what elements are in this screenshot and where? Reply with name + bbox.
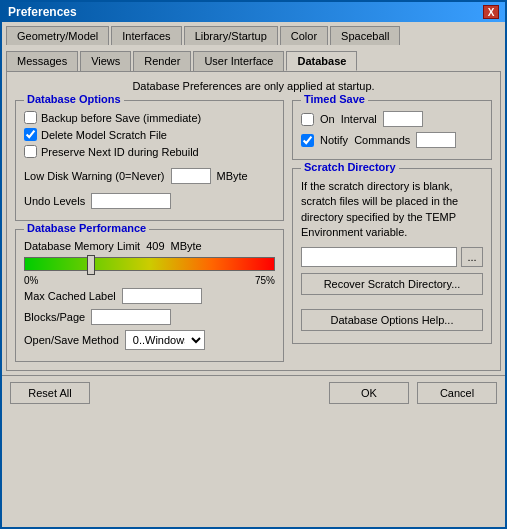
timed-save-content: On Interval 10 Notify Commands 25 — [301, 111, 483, 148]
progress-low: 0% — [24, 275, 38, 286]
open-save-label: Open/Save Method — [24, 334, 119, 346]
preferences-window: Preferences X Geometry/Model Interfaces … — [0, 0, 507, 529]
low-disk-row: Low Disk Warning (0=Never) 10 MByte — [24, 168, 275, 184]
preserve-label: Preserve Next ID during Rebuild — [41, 146, 199, 158]
cancel-button[interactable]: Cancel — [417, 382, 497, 404]
left-column: Database Options Backup before Save (imm… — [15, 100, 284, 362]
browse-button[interactable]: ... — [461, 247, 483, 267]
db-performance-group: Database Performance Database Memory Lim… — [15, 229, 284, 362]
reset-all-button[interactable]: Reset All — [10, 382, 90, 404]
interval-label: Interval — [341, 113, 377, 125]
commands-input[interactable]: 25 — [416, 132, 456, 148]
notify-commands-row: Notify Commands 25 — [301, 132, 483, 148]
scratch-dir-input[interactable] — [301, 247, 457, 267]
tab-row-2: Messages Views Render User Interface Dat… — [2, 47, 505, 71]
notify-label: Notify — [320, 134, 348, 146]
title-bar: Preferences X — [2, 2, 505, 22]
tab-user-interface[interactable]: User Interface — [193, 51, 284, 71]
low-disk-input[interactable]: 10 — [171, 168, 211, 184]
max-cached-row: Max Cached Label 5000000 — [24, 288, 275, 304]
memory-limit-row: Database Memory Limit 409 MByte — [24, 240, 275, 252]
open-save-select[interactable]: 0..Windows I/O 1..POSIX I/O — [125, 330, 205, 350]
undo-label: Undo Levels — [24, 195, 85, 207]
close-button[interactable]: X — [483, 5, 499, 19]
tab-geometry[interactable]: Geometry/Model — [6, 26, 109, 45]
commands-label: Commands — [354, 134, 410, 146]
db-performance-label: Database Performance — [24, 222, 149, 234]
content-area: Database Preferences are only applied at… — [6, 71, 501, 371]
scratch-dir-label: Scratch Directory — [301, 161, 399, 173]
progress-high: 75% — [255, 275, 275, 286]
tab-messages[interactable]: Messages — [6, 51, 78, 71]
tab-database[interactable]: Database — [286, 51, 357, 71]
db-options-help-button[interactable]: Database Options Help... — [301, 309, 483, 331]
backup-label: Backup before Save (immediate) — [41, 112, 201, 124]
interval-input[interactable]: 10 — [383, 111, 423, 127]
timed-save-group: Timed Save On Interval 10 Notify Command… — [292, 100, 492, 160]
low-disk-unit: MByte — [217, 170, 248, 182]
main-columns: Database Options Backup before Save (imm… — [15, 100, 492, 362]
backup-row: Backup before Save (immediate) — [24, 111, 275, 124]
scratch-dir-content: If the scratch directory is blank, scrat… — [301, 179, 483, 337]
tab-views[interactable]: Views — [80, 51, 131, 71]
blocks-label: Blocks/Page — [24, 311, 85, 323]
database-options-label: Database Options — [24, 93, 124, 105]
recover-scratch-button[interactable]: Recover Scratch Directory... — [301, 273, 483, 295]
tab-library[interactable]: Library/Startup — [184, 26, 278, 45]
on-checkbox[interactable] — [301, 113, 314, 126]
scratch-input-row: ... — [301, 247, 483, 267]
bottom-left: Reset All — [10, 382, 90, 404]
memory-limit-value: 409 — [146, 240, 164, 252]
progress-labels: 0% 75% — [24, 275, 275, 286]
tab-spaceball[interactable]: Spaceball — [330, 26, 400, 45]
tab-render[interactable]: Render — [133, 51, 191, 71]
window-title: Preferences — [8, 5, 77, 19]
scratch-dir-group: Scratch Directory If the scratch directo… — [292, 168, 492, 344]
open-save-row: Open/Save Method 0..Windows I/O 1..POSIX… — [24, 330, 275, 350]
database-options-content: Backup before Save (immediate) Delete Mo… — [24, 111, 275, 209]
delete-checkbox[interactable] — [24, 128, 37, 141]
blocks-input[interactable]: 4 — [91, 309, 171, 325]
memory-progress-bar[interactable] — [24, 257, 275, 271]
memory-limit-label: Database Memory Limit — [24, 240, 140, 252]
backup-checkbox[interactable] — [24, 111, 37, 124]
tab-color[interactable]: Color — [280, 26, 328, 45]
db-performance-content: Database Memory Limit 409 MByte 0% 75% — [24, 240, 275, 350]
delete-label: Delete Model Scratch File — [41, 129, 167, 141]
tab-interfaces[interactable]: Interfaces — [111, 26, 181, 45]
on-label: On — [320, 113, 335, 125]
max-cached-label: Max Cached Label — [24, 290, 116, 302]
progress-thumb[interactable] — [87, 255, 95, 275]
on-interval-row: On Interval 10 — [301, 111, 483, 127]
bottom-right: OK Cancel — [329, 382, 497, 404]
timed-save-label: Timed Save — [301, 93, 368, 105]
blocks-row: Blocks/Page 4 — [24, 309, 275, 325]
undo-input[interactable]: 20 — [91, 193, 171, 209]
bottom-bar: Reset All OK Cancel — [2, 375, 505, 410]
tab-row-1: Geometry/Model Interfaces Library/Startu… — [2, 22, 505, 45]
ok-button[interactable]: OK — [329, 382, 409, 404]
memory-limit-unit: MByte — [171, 240, 202, 252]
database-options-group: Database Options Backup before Save (imm… — [15, 100, 284, 221]
right-column: Timed Save On Interval 10 Notify Command… — [292, 100, 492, 362]
delete-row: Delete Model Scratch File — [24, 128, 275, 141]
preserve-row: Preserve Next ID during Rebuild — [24, 145, 275, 158]
notify-checkbox[interactable] — [301, 134, 314, 147]
low-disk-label: Low Disk Warning (0=Never) — [24, 170, 165, 182]
preserve-checkbox[interactable] — [24, 145, 37, 158]
pref-note: Database Preferences are only applied at… — [15, 80, 492, 92]
undo-row: Undo Levels 20 — [24, 193, 275, 209]
max-cached-input[interactable]: 5000000 — [122, 288, 202, 304]
scratch-description: If the scratch directory is blank, scrat… — [301, 179, 483, 241]
memory-bar-container — [24, 257, 275, 271]
